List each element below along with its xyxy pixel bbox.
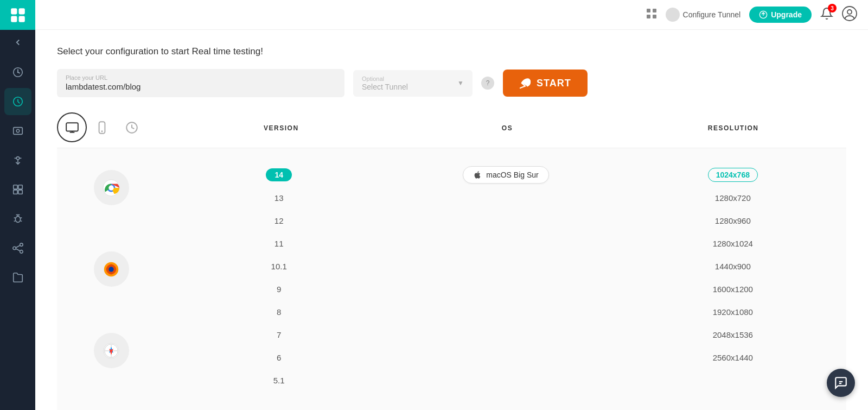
browser-safari[interactable]	[94, 333, 129, 368]
svg-point-15	[12, 247, 16, 250]
svg-rect-0	[11, 8, 17, 14]
sidebar-item-screenshot[interactable]	[4, 117, 31, 144]
resolution-1024x768[interactable]: 1024x768	[620, 163, 846, 186]
os-label: macOS Big Sur	[486, 171, 538, 179]
version-5-1[interactable]: 5.1	[165, 369, 392, 392]
svg-rect-22	[647, 15, 650, 18]
browser-chrome[interactable]	[94, 170, 129, 205]
tunnel-select[interactable]: Optional Select Tunnel ▼	[353, 70, 473, 97]
svg-point-9	[16, 157, 20, 160]
resolution-1280x960[interactable]: 1280x960	[620, 209, 846, 232]
configure-tunnel-label: Configure Tunnel	[683, 10, 741, 19]
configure-tunnel[interactable]: Configure Tunnel	[666, 8, 741, 22]
user-avatar-icon[interactable]	[842, 6, 857, 23]
logo-button[interactable]	[0, 0, 35, 30]
start-label: START	[537, 78, 571, 89]
sidebar-item-visual[interactable]	[4, 176, 31, 203]
resolution-2048x1536[interactable]: 2048x1536	[620, 323, 846, 346]
browser-column: e	[57, 148, 165, 410]
svg-rect-23	[653, 15, 656, 18]
tab-recent[interactable]	[117, 112, 146, 142]
tab-mobile[interactable]	[87, 112, 117, 142]
main-area: Configure Tunnel Upgrade 3 Select your c…	[35, 0, 868, 410]
browser-firefox[interactable]	[94, 251, 129, 287]
notification-button[interactable]: 3	[820, 7, 833, 22]
os-column: macOS Big Sur	[392, 148, 619, 410]
version-13[interactable]: 13	[165, 186, 392, 209]
resolution-1920x1080[interactable]: 1920x1080	[620, 300, 846, 323]
version-14[interactable]: 14	[165, 163, 392, 186]
svg-rect-1	[18, 8, 24, 14]
sidebar-item-realtime[interactable]	[4, 88, 31, 115]
content-area: Select your configuration to start Real …	[35, 30, 868, 410]
url-input-wrap: Place your URL	[57, 69, 344, 97]
config-table: e 14 13 12 11 10.1	[57, 148, 846, 410]
upgrade-button[interactable]: Upgrade	[749, 7, 812, 23]
version-7[interactable]: 7	[165, 323, 392, 346]
svg-rect-3	[18, 16, 24, 22]
sidebar-item-automation[interactable]	[4, 147, 31, 174]
os-header: OS	[394, 123, 621, 133]
resolution-2560x1440[interactable]: 2560x1440	[620, 346, 846, 369]
url-input[interactable]	[66, 82, 336, 91]
resolution-badge-selected: 1024x768	[708, 168, 758, 182]
tunnel-select-label: Select Tunnel	[362, 83, 408, 91]
sidebar-item-dashboard[interactable]	[4, 59, 31, 86]
resolution-1440x900[interactable]: 1440x900	[620, 255, 846, 277]
version-badge-selected: 14	[266, 168, 292, 181]
tab-desktop[interactable]	[57, 112, 87, 142]
version-6[interactable]: 6	[165, 346, 392, 369]
version-column: 14 13 12 11 10.1 9 8 7 6 5.1	[165, 148, 392, 410]
svg-rect-10	[13, 185, 17, 189]
svg-rect-27	[66, 123, 78, 131]
os-badge[interactable]: macOS Big Sur	[463, 166, 548, 184]
tunnel-chevron-down-icon: ▼	[457, 79, 464, 87]
sidebar	[0, 0, 35, 410]
topbar: Configure Tunnel Upgrade 3	[35, 0, 868, 30]
start-button[interactable]: START	[503, 70, 588, 97]
svg-rect-13	[18, 190, 22, 194]
tunnel-placeholder: Optional Select Tunnel	[362, 75, 408, 91]
svg-point-14	[15, 216, 20, 222]
config-row: Place your URL Optional Select Tunnel ▼ …	[57, 69, 846, 97]
resolution-1600x1200[interactable]: 1600x1200	[620, 277, 846, 300]
tunnel-help-icon[interactable]: ?	[481, 77, 494, 90]
svg-point-35	[108, 185, 113, 190]
page-subtitle: Select your configuration to start Real …	[57, 46, 846, 57]
sidebar-item-integrations[interactable]	[4, 235, 31, 262]
sidebar-item-files[interactable]	[4, 264, 31, 291]
svg-line-18	[16, 245, 20, 248]
device-tabs	[57, 112, 146, 142]
version-8[interactable]: 8	[165, 300, 392, 323]
configure-dot	[666, 8, 680, 22]
sidebar-nav	[4, 54, 31, 410]
svg-point-38	[108, 267, 113, 272]
svg-point-16	[20, 243, 22, 247]
resolution-1280x1024[interactable]: 1280x1024	[620, 232, 846, 255]
notification-badge: 3	[828, 4, 837, 12]
upgrade-label: Upgrade	[771, 10, 802, 19]
svg-point-26	[847, 10, 852, 14]
svg-rect-2	[11, 16, 17, 22]
svg-line-19	[16, 249, 20, 251]
resolution-1280x720[interactable]: 1280x720	[620, 186, 846, 209]
back-button[interactable]	[0, 30, 35, 54]
chat-support-button[interactable]	[827, 369, 855, 397]
svg-point-17	[20, 250, 22, 254]
svg-rect-20	[647, 9, 650, 12]
version-12[interactable]: 12	[165, 209, 392, 232]
version-9[interactable]: 9	[165, 277, 392, 300]
svg-point-5	[17, 72, 18, 73]
os-macos-big-sur[interactable]: macOS Big Sur	[392, 163, 619, 186]
svg-rect-7	[13, 128, 22, 135]
svg-rect-12	[13, 190, 17, 194]
resolution-column: 1024x768 1280x720 1280x960 1280x1024 144…	[620, 148, 846, 410]
grid-icon[interactable]	[646, 8, 657, 22]
url-input-label: Place your URL	[66, 74, 336, 81]
svg-point-8	[16, 129, 20, 133]
os-empty-rows	[392, 186, 619, 392]
sidebar-item-debug[interactable]	[4, 205, 31, 232]
svg-rect-21	[653, 9, 656, 12]
version-10-1[interactable]: 10.1	[165, 255, 392, 277]
version-11[interactable]: 11	[165, 232, 392, 255]
